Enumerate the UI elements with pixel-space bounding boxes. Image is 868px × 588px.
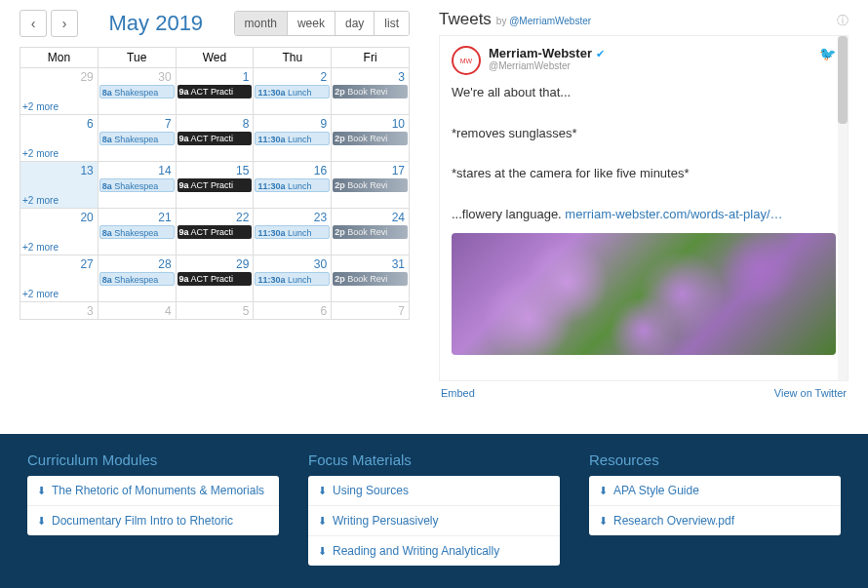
calendar-cell[interactable]: 6+2 more [20, 115, 98, 161]
calendar-cell[interactable]: 148a Shakespea [98, 162, 176, 208]
day-number: 21 [158, 211, 171, 224]
calendar-cell[interactable]: 288a Shakespea [98, 255, 176, 301]
day-header: Wed [176, 48, 254, 67]
calendar-cell[interactable]: 211:30a Lunch [253, 68, 331, 114]
calendar-cell[interactable]: 27+2 more [20, 255, 98, 301]
more-link[interactable]: +2 more [22, 242, 59, 253]
calendar-cell[interactable]: 242p Book Revi [331, 209, 409, 255]
more-link[interactable]: +2 more [22, 148, 59, 159]
resources-col: Resources ⬇APA Style Guide ⬇Research Ove… [589, 451, 841, 570]
prev-button[interactable]: ‹ [20, 10, 47, 37]
calendar-cell[interactable]: 172p Book Revi [331, 162, 409, 208]
calendar-cell[interactable]: 308a Shakespea [98, 68, 176, 114]
tweet-author-handle[interactable]: @MerriamWebster [489, 60, 605, 71]
tweets-author-link[interactable]: @MerriamWebster [509, 16, 591, 26]
calendar-cell[interactable]: 13+2 more [20, 162, 98, 208]
calendar-cell[interactable]: 4 [98, 302, 176, 319]
tweet-image[interactable] [452, 233, 836, 355]
calendar-cell[interactable]: 218a Shakespea [98, 209, 176, 255]
view-day[interactable]: day [335, 12, 374, 35]
calendar-cell[interactable]: 229a ACT Practi [176, 209, 254, 255]
view-on-twitter-link[interactable]: View on Twitter [774, 387, 847, 399]
event-book-review[interactable]: 2p Book Revi [333, 178, 408, 192]
day-number: 6 [321, 304, 328, 318]
calendar-cell[interactable]: 29+2 more [20, 68, 98, 114]
more-link[interactable]: +2 more [22, 289, 59, 299]
event-lunch[interactable]: 11:30a Lunch [255, 178, 330, 192]
material-link[interactable]: ⬇Reading and Writing Analytically [308, 535, 560, 566]
event-act-practice[interactable]: 9a ACT Practi [178, 178, 253, 192]
event-act-practice[interactable]: 9a ACT Practi [178, 132, 253, 145]
calendar-cell[interactable]: 3 [20, 302, 98, 319]
material-link[interactable]: ⬇Using Sources [308, 476, 560, 505]
col-title: Focus Materials [308, 451, 560, 468]
event-book-review[interactable]: 2p Book Revi [333, 85, 408, 98]
calendar: ‹ › May 2019 month week day list Mon Tue… [20, 10, 410, 434]
day-number: 3 [398, 70, 405, 84]
event-lunch[interactable]: 11:30a Lunch [255, 272, 330, 286]
download-icon: ⬇ [599, 515, 608, 528]
view-month[interactable]: month [235, 12, 287, 35]
day-number: 6 [87, 117, 94, 131]
more-link[interactable]: +2 more [22, 195, 59, 206]
event-shakespeare[interactable]: 8a Shakespea [99, 225, 175, 239]
event-shakespeare[interactable]: 8a Shakespea [99, 272, 175, 286]
next-button[interactable]: › [51, 10, 78, 37]
calendar-cell[interactable]: 78a Shakespea [98, 115, 176, 161]
scrollbar[interactable] [838, 36, 848, 380]
event-book-review[interactable]: 2p Book Revi [333, 225, 408, 239]
event-act-practice[interactable]: 9a ACT Practi [178, 85, 253, 98]
module-link[interactable]: ⬇Documentary Film Intro to Rhetoric [27, 505, 279, 535]
download-icon: ⬇ [599, 485, 608, 497]
tweet-author-name[interactable]: Merriam-Webster [489, 46, 592, 60]
event-lunch[interactable]: 11:30a Lunch [255, 132, 330, 145]
calendar-cell[interactable]: 32p Book Revi [331, 68, 409, 114]
calendar-cell[interactable]: 1611:30a Lunch [253, 162, 331, 208]
event-shakespeare[interactable]: 8a Shakespea [99, 178, 175, 192]
calendar-cell[interactable]: 299a ACT Practi [176, 255, 254, 301]
calendar-cell[interactable]: 6 [253, 302, 331, 319]
day-number: 29 [236, 257, 249, 271]
day-number: 31 [392, 257, 405, 271]
embed-link[interactable]: Embed [441, 387, 475, 399]
event-shakespeare[interactable]: 8a Shakespea [99, 132, 175, 145]
day-number: 7 [398, 304, 405, 318]
event-book-review[interactable]: 2p Book Revi [333, 132, 408, 145]
view-list[interactable]: list [374, 12, 409, 35]
col-title: Resources [589, 451, 841, 468]
calendar-cell[interactable]: 3011:30a Lunch [253, 255, 331, 301]
more-link[interactable]: +2 more [22, 101, 59, 112]
view-week[interactable]: week [287, 12, 335, 35]
material-link[interactable]: ⬇Writing Persuasively [308, 505, 560, 535]
calendar-cell[interactable]: 2311:30a Lunch [253, 209, 331, 255]
calendar-cell[interactable]: 7 [331, 302, 409, 319]
calendar-cell[interactable]: 911:30a Lunch [253, 115, 331, 161]
event-act-practice[interactable]: 9a ACT Practi [178, 272, 253, 286]
day-number: 16 [314, 164, 327, 177]
avatar[interactable]: MW [452, 46, 481, 75]
event-shakespeare[interactable]: 8a Shakespea [99, 85, 175, 98]
day-number: 30 [158, 70, 171, 84]
info-icon[interactable]: ⓘ [837, 13, 848, 29]
tweet-link[interactable]: merriam-webster.com/words-at-play/… [565, 207, 782, 221]
event-book-review[interactable]: 2p Book Revi [333, 272, 408, 286]
event-act-practice[interactable]: 9a ACT Practi [178, 225, 253, 239]
day-number: 23 [314, 211, 327, 224]
day-number: 5 [243, 304, 250, 318]
calendar-cell[interactable]: 89a ACT Practi [176, 115, 254, 161]
calendar-cell[interactable]: 159a ACT Practi [176, 162, 254, 208]
download-icon: ⬇ [318, 485, 327, 497]
calendar-cell[interactable]: 102p Book Revi [331, 115, 409, 161]
calendar-cell[interactable]: 20+2 more [20, 209, 98, 255]
tweets-body: MW Merriam-Webster ✔ @MerriamWebster 🐦 W… [439, 35, 848, 381]
calendar-cell[interactable]: 312p Book Revi [331, 255, 409, 301]
calendar-cell[interactable]: 5 [176, 302, 254, 319]
module-link[interactable]: ⬇The Rhetoric of Monuments & Memorials [27, 476, 279, 505]
event-lunch[interactable]: 11:30a Lunch [255, 85, 330, 98]
download-icon: ⬇ [37, 515, 46, 528]
event-lunch[interactable]: 11:30a Lunch [255, 225, 330, 239]
day-number: 20 [80, 211, 93, 224]
resource-link[interactable]: ⬇APA Style Guide [589, 476, 841, 505]
calendar-cell[interactable]: 19a ACT Practi [176, 68, 254, 114]
resource-link[interactable]: ⬇Research Overview.pdf [589, 505, 841, 535]
